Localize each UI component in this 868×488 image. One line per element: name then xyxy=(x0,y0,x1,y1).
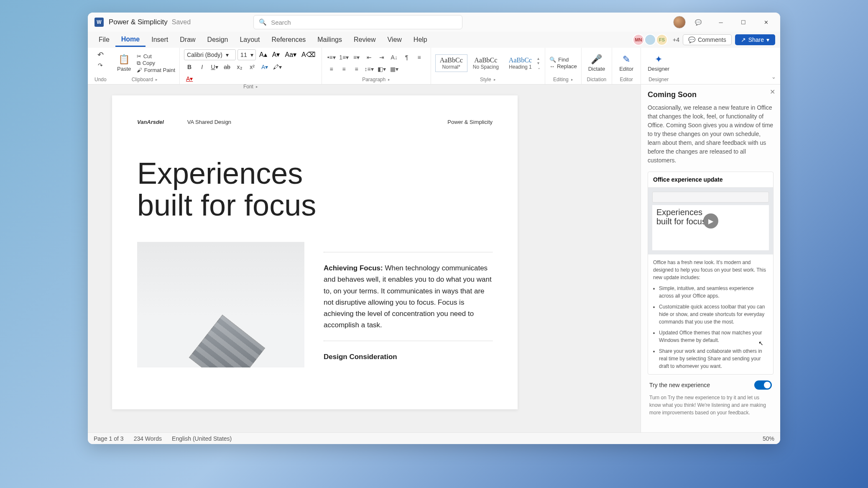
clipboard-group: 📋 Paste ✂Cut ⧉Copy 🖌Format Paint Clipboa… xyxy=(110,48,180,84)
tab-help[interactable]: Help xyxy=(408,33,433,46)
toggle-label: Try the new experience xyxy=(649,382,710,388)
status-page[interactable]: Page 1 of 3 xyxy=(94,435,124,442)
clipboard-group-label: Clipboard xyxy=(132,77,153,82)
share-label: Share xyxy=(748,36,764,43)
share-button[interactable]: ↗ Share ▾ xyxy=(735,34,775,45)
dialog-launcher-icon[interactable]: ▸ xyxy=(156,77,158,82)
tab-design[interactable]: Design xyxy=(202,33,234,46)
pane-description: Occasionally, we release a new feature i… xyxy=(648,103,774,165)
titlebar: W Power & Simplicity Saved 🔍 Search 💬 ─ … xyxy=(88,13,780,32)
presence-more[interactable]: +4 xyxy=(673,36,679,43)
editor-button[interactable]: ✎Editor xyxy=(616,53,636,73)
status-word-count[interactable]: 234 Words xyxy=(134,435,162,442)
styles-gallery-expand[interactable]: ▴▾⌄ xyxy=(537,56,541,70)
show-marks-button[interactable]: ¶ xyxy=(401,52,412,62)
maximize-button[interactable]: ☐ xyxy=(733,15,753,30)
increase-font-icon[interactable]: A▴ xyxy=(258,49,269,60)
multilevel-list-button[interactable]: ≡▾ xyxy=(351,52,362,62)
cut-button[interactable]: ✂Cut xyxy=(137,53,175,59)
font-group: Calibri (Body)▾ 11▾ A▴ A▾ Aa▾ A⌫ B I U▾ … xyxy=(180,48,322,84)
superscript-button[interactable]: x² xyxy=(247,62,258,72)
document-canvas[interactable]: VanArsdel VA Shared Design Power & Simpl… xyxy=(88,85,641,432)
user-avatar[interactable] xyxy=(673,16,686,28)
replace-icon: ↔ xyxy=(549,63,555,69)
tab-file[interactable]: File xyxy=(93,33,115,46)
shading-button[interactable]: ◧▾ xyxy=(376,64,387,74)
subscript-button[interactable]: x₂ xyxy=(234,62,245,72)
try-experience-toggle[interactable] xyxy=(754,380,772,390)
styles-group-label: Style xyxy=(480,77,491,82)
tab-home[interactable]: Home xyxy=(115,33,146,47)
decrease-indent-button[interactable]: ⇤ xyxy=(364,52,375,62)
tab-review[interactable]: Review xyxy=(348,33,381,46)
format-painter-button[interactable]: 🖌Format Paint xyxy=(137,67,175,73)
bold-button[interactable]: B xyxy=(184,62,195,72)
find-button[interactable]: 🔍Find xyxy=(549,57,577,63)
align-center-button[interactable]: ≡ xyxy=(326,64,337,74)
align-left-button[interactable]: ≡ xyxy=(414,52,425,62)
font-size-combo[interactable]: 11▾ xyxy=(237,49,256,60)
search-input[interactable]: 🔍 Search xyxy=(253,15,462,29)
page-header-center: VA Shared Design xyxy=(187,119,231,125)
designer-button[interactable]: ✦Designer xyxy=(645,53,672,73)
list-item: Simple, intuitive, and seamless experien… xyxy=(659,285,768,300)
numbering-button[interactable]: 1≡▾ xyxy=(339,52,350,62)
sort-button[interactable]: A↓ xyxy=(389,52,400,62)
style-no-spacing[interactable]: AaBbCcNo Spacing xyxy=(468,54,503,72)
cut-icon: ✂ xyxy=(137,53,141,59)
dialog-launcher-icon[interactable]: ▸ xyxy=(494,77,496,82)
close-pane-icon[interactable]: ✕ xyxy=(770,88,775,96)
play-icon[interactable]: ▶ xyxy=(703,213,718,229)
feedback-icon[interactable]: 💬 xyxy=(688,15,708,30)
status-zoom[interactable]: 50% xyxy=(763,435,774,442)
image-placeholder xyxy=(137,242,304,367)
font-color-button[interactable]: A▾ xyxy=(184,74,195,84)
justify-button[interactable]: ≡ xyxy=(351,64,362,74)
clear-formatting-icon[interactable]: A⌫ xyxy=(300,49,317,60)
bullets-button[interactable]: •≡▾ xyxy=(326,52,337,62)
tab-layout[interactable]: Layout xyxy=(234,33,266,46)
tab-insert[interactable]: Insert xyxy=(146,33,174,46)
presence-avatar-3[interactable]: FS xyxy=(656,34,668,46)
chevron-down-icon: ▾ xyxy=(250,51,253,58)
underline-button[interactable]: U▾ xyxy=(209,62,220,72)
style-heading-1[interactable]: AaBbCcHeading 1 xyxy=(504,54,536,72)
font-name-combo[interactable]: Calibri (Body)▾ xyxy=(184,49,236,60)
paste-button[interactable]: 📋 Paste xyxy=(114,53,134,73)
italic-button[interactable]: I xyxy=(197,62,207,72)
text-effects-button[interactable]: A▾ xyxy=(259,62,270,72)
minimize-button[interactable]: ─ xyxy=(711,15,731,30)
decrease-font-icon[interactable]: A▾ xyxy=(271,49,282,60)
dialog-launcher-icon[interactable]: ▸ xyxy=(571,77,573,82)
copy-button[interactable]: ⧉Copy xyxy=(137,60,175,67)
status-language[interactable]: English (United States) xyxy=(172,435,232,442)
borders-button[interactable]: ▦▾ xyxy=(389,64,400,74)
dictate-button[interactable]: 🎤Dictate xyxy=(586,53,608,73)
align-right-button[interactable]: ≡ xyxy=(339,64,350,74)
redo-icon[interactable]: ↷ xyxy=(98,62,103,69)
undo-icon[interactable]: ↶ xyxy=(97,50,104,59)
presence-avatar-1[interactable]: MN xyxy=(633,34,644,46)
tab-references[interactable]: References xyxy=(266,33,311,46)
feature-list: Simple, intuitive, and seamless experien… xyxy=(653,285,768,370)
dialog-launcher-icon[interactable]: ▸ xyxy=(256,85,258,89)
style-normal[interactable]: AaBbCcNormal* xyxy=(435,54,467,72)
ribbon-tabs: File Home Insert Draw Design Layout Refe… xyxy=(88,32,780,48)
pane-title: Coming Soon xyxy=(648,90,774,99)
tab-draw[interactable]: Draw xyxy=(174,33,201,46)
line-spacing-button[interactable]: ↕≡▾ xyxy=(364,64,375,74)
close-button[interactable]: ✕ xyxy=(756,15,776,30)
tab-view[interactable]: View xyxy=(381,33,407,46)
presence-avatar-2[interactable] xyxy=(644,34,656,46)
replace-button[interactable]: ↔Replace xyxy=(549,63,577,69)
collapse-ribbon-icon[interactable]: ⌄ xyxy=(771,74,776,80)
comments-button[interactable]: 💬 Comments xyxy=(683,34,732,45)
tab-mailings[interactable]: Mailings xyxy=(311,33,348,46)
increase-indent-button[interactable]: ⇥ xyxy=(376,52,387,62)
strikethrough-button[interactable]: ab xyxy=(222,62,232,72)
dialog-launcher-icon[interactable]: ▸ xyxy=(388,77,390,82)
highlight-button[interactable]: 🖍▾ xyxy=(272,62,283,72)
change-case-icon[interactable]: Aa▾ xyxy=(283,49,298,60)
preview-video[interactable]: Experiencesbuilt for focus ▶ xyxy=(648,187,773,254)
paste-icon: 📋 xyxy=(118,54,130,65)
